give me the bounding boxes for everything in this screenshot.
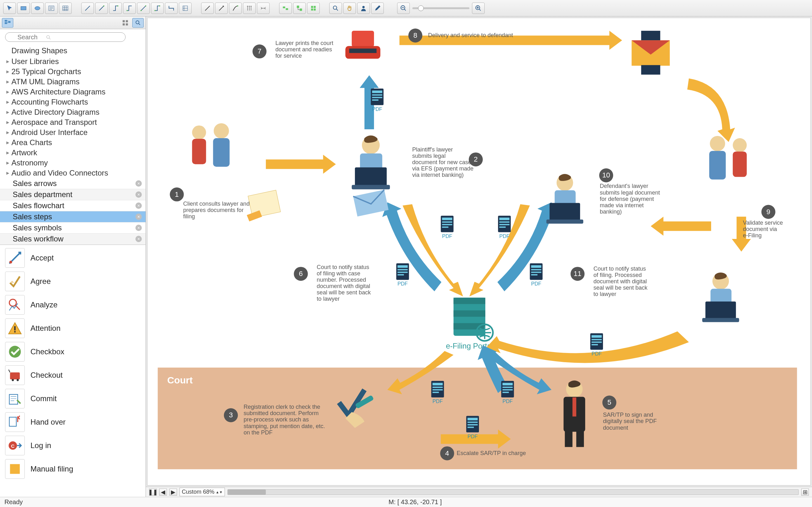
close-icon[interactable]: × <box>136 236 142 242</box>
step-10: 10Defendant's lawyersubmits legal docume… <box>599 168 660 215</box>
page-prev[interactable]: ◀ <box>159 489 167 496</box>
h-scrollbar[interactable] <box>227 489 799 495</box>
search-input[interactable] <box>5 32 125 42</box>
connector-5[interactable] <box>137 3 150 14</box>
svg-text:made via internet: made via internet <box>600 202 644 209</box>
library-item[interactable]: AWS Architecture Diagrams <box>0 87 146 97</box>
svg-rect-26 <box>5 22 7 24</box>
status-bar: Ready M: [ 43.26, -20.71 ] <box>0 497 812 507</box>
line-1[interactable] <box>201 3 214 14</box>
svg-rect-155 <box>442 218 452 220</box>
shape-item[interactable]: Attention <box>0 317 146 340</box>
zoom-slider[interactable] <box>412 7 469 9</box>
line-3[interactable] <box>229 3 242 14</box>
zoom-out-button[interactable] <box>397 3 410 14</box>
library-item[interactable]: Astronomy <box>0 158 146 168</box>
connector-7[interactable] <box>165 3 177 14</box>
shape-item[interactable]: Commit <box>0 387 146 410</box>
shape-item[interactable]: Accept <box>0 246 146 270</box>
library-item[interactable]: Active Directory Diagrams <box>0 107 146 117</box>
line-5[interactable] <box>257 3 270 14</box>
ellipse-tool[interactable] <box>31 3 44 14</box>
shape-item[interactable]: Checkbox <box>0 340 146 363</box>
zoom-in-button[interactable] <box>472 3 485 14</box>
library-item[interactable]: Artwork <box>0 148 146 158</box>
rectangle-tool[interactable] <box>17 3 30 14</box>
close-icon[interactable]: × <box>136 225 142 231</box>
svg-text:10: 10 <box>602 171 610 179</box>
selection-tool[interactable] <box>3 3 16 14</box>
svg-text:2: 2 <box>474 155 478 163</box>
line-2[interactable] <box>215 3 228 14</box>
library-tab[interactable]: Sales arrows× <box>0 178 146 189</box>
shape-item[interactable]: Agree <box>0 270 146 293</box>
svg-point-35 <box>9 299 16 306</box>
zoom-selector[interactable]: Custom 68% ▲▼ <box>180 488 225 496</box>
pages-panel-toggle[interactable]: ❚❚ <box>149 489 157 496</box>
table-tool[interactable] <box>59 3 72 14</box>
connector-3[interactable] <box>109 3 122 14</box>
library-item[interactable]: User Libraries <box>0 56 146 66</box>
zoom-tool[interactable] <box>329 3 342 14</box>
page-next[interactable]: ▶ <box>169 489 177 496</box>
library-tab[interactable]: Sales flowchart× <box>0 200 146 211</box>
tab-label: Sales workflow <box>13 234 63 243</box>
shape-label: Log in <box>31 441 51 450</box>
connector-1[interactable] <box>81 3 94 14</box>
mouse-coordinates: M: [ 43.26, -20.71 ] <box>389 498 442 506</box>
library-item[interactable]: Area Charts <box>0 137 146 148</box>
plaintiff-lawyer-icon <box>352 135 390 189</box>
connector-2[interactable] <box>95 3 108 14</box>
svg-text:Court to notify status: Court to notify status <box>317 264 369 270</box>
align-3[interactable] <box>307 3 320 14</box>
align-2[interactable] <box>293 3 306 14</box>
snap-toggle[interactable]: ⊞ <box>801 489 809 496</box>
svg-text:banking): banking) <box>600 209 622 215</box>
shape-item[interactable]: Hand over <box>0 410 146 434</box>
svg-text:PDF: PDF <box>592 351 602 356</box>
library-item[interactable]: Aerospace and Transport <box>0 117 146 127</box>
svg-rect-193 <box>467 424 478 425</box>
user-tool[interactable] <box>357 3 370 14</box>
svg-rect-13 <box>283 6 285 8</box>
library-item[interactable]: Accounting Flowcharts <box>0 97 146 107</box>
pan-tool[interactable] <box>343 3 356 14</box>
library-header[interactable]: Drawing Shapes <box>0 45 146 56</box>
text-tool[interactable] <box>45 3 58 14</box>
line-4[interactable] <box>243 3 256 14</box>
library-tab[interactable]: Sales symbols× <box>0 222 146 233</box>
shape-item[interactable]: Checkout <box>0 363 146 387</box>
close-icon[interactable]: × <box>136 203 142 209</box>
grid-view-icon[interactable] <box>119 18 131 27</box>
color-picker-tool[interactable] <box>371 3 384 14</box>
svg-text:4: 4 <box>445 449 449 457</box>
shape-item[interactable]: Manual filing <box>0 457 146 481</box>
close-icon[interactable]: × <box>136 191 142 198</box>
library-tab[interactable]: Sales steps× <box>0 211 146 222</box>
library-item[interactable]: ATM UML Diagrams <box>0 77 146 87</box>
svg-point-21 <box>334 6 337 9</box>
svg-rect-61 <box>353 190 389 217</box>
library-item[interactable]: 25 Typical Orgcharts <box>0 66 146 77</box>
library-item[interactable]: Android User Interface <box>0 127 146 137</box>
shape-item[interactable]: Analyze <box>0 293 146 317</box>
connector-4[interactable] <box>123 3 136 14</box>
svg-rect-169 <box>397 272 408 273</box>
connector-8[interactable] <box>179 3 192 14</box>
list-search-icon[interactable] <box>132 18 144 27</box>
library-item[interactable]: Audio and Video Connectors <box>0 168 146 178</box>
svg-point-34 <box>9 261 12 264</box>
shape-palette: AcceptAgreeAnalyzeAttentionCheckboxCheck… <box>0 245 146 497</box>
library-tab[interactable]: Sales workflow× <box>0 233 146 245</box>
align-1[interactable] <box>279 3 292 14</box>
library-tab[interactable]: Sales department× <box>0 189 146 200</box>
shape-label: Hand over <box>31 418 66 427</box>
shape-item[interactable]: CLog in <box>0 434 146 457</box>
connector-6[interactable] <box>151 3 164 14</box>
close-icon[interactable]: × <box>136 214 142 220</box>
drawing-canvas[interactable]: Court e-Filing Portal <box>147 18 811 486</box>
close-icon[interactable]: × <box>136 180 142 187</box>
svg-rect-188 <box>502 392 509 393</box>
shape-label: Analyze <box>31 300 57 309</box>
library-tree-icon[interactable] <box>2 18 13 27</box>
